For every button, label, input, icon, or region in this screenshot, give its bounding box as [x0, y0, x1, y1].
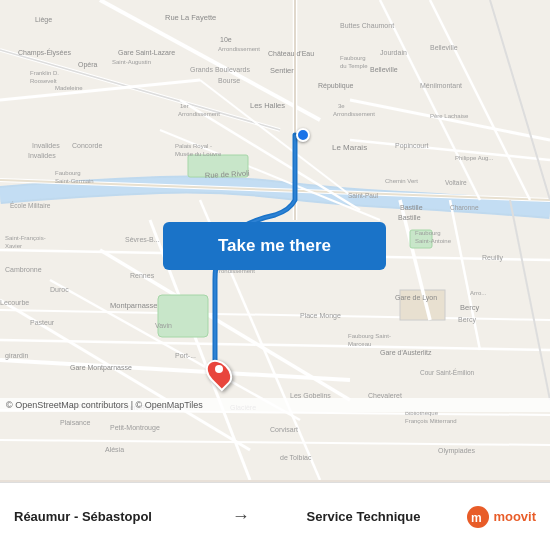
svg-text:Roosevelt: Roosevelt: [30, 78, 57, 84]
svg-text:Saint-Augustin: Saint-Augustin: [112, 59, 151, 65]
svg-text:Rennes: Rennes: [130, 272, 155, 279]
svg-text:Belleville: Belleville: [430, 44, 458, 51]
svg-text:Belleville: Belleville: [370, 66, 398, 73]
svg-text:Duroc: Duroc: [50, 286, 69, 293]
svg-text:Gare d'Austerlitz: Gare d'Austerlitz: [380, 349, 432, 356]
svg-text:Saint-Paul: Saint-Paul: [348, 192, 379, 199]
moovit-logo-icon: m: [467, 506, 489, 528]
svg-text:Invalides: Invalides: [32, 142, 60, 149]
attribution-bar: © OpenStreetMap contributors | © OpenMap…: [0, 398, 550, 412]
svg-text:Gare Saint-Lazare: Gare Saint-Lazare: [118, 49, 175, 56]
svg-text:Invalides: Invalides: [28, 152, 56, 159]
svg-text:10e: 10e: [220, 36, 232, 43]
svg-text:Gare Montparnasse: Gare Montparnasse: [70, 364, 132, 372]
svg-text:Plaisance: Plaisance: [60, 419, 90, 426]
svg-text:Petit-Montrouge: Petit-Montrouge: [110, 424, 160, 432]
svg-text:Popincourt: Popincourt: [395, 142, 429, 150]
svg-text:Arrondissement: Arrondissement: [218, 46, 260, 52]
svg-text:Champs-Élysées: Champs-Élysées: [18, 48, 71, 57]
map-area: Champs-Élysées Franklin D. Roosevelt Opé…: [0, 0, 550, 480]
svg-text:Château d'Eau: Château d'Eau: [268, 50, 314, 57]
svg-text:Palais Royal -: Palais Royal -: [175, 143, 212, 149]
attribution-text: © OpenStreetMap contributors | © OpenMap…: [6, 400, 203, 410]
svg-text:Sèvres-B...: Sèvres-B...: [125, 236, 160, 243]
svg-text:Bercy: Bercy: [458, 316, 476, 324]
route-from: Réaumur - Sébastopol: [14, 509, 222, 524]
svg-text:1er: 1er: [180, 103, 189, 109]
svg-text:Philippe Aug...: Philippe Aug...: [455, 155, 494, 161]
svg-text:Charonne: Charonne: [450, 204, 479, 211]
svg-text:Bercy: Bercy: [460, 303, 479, 312]
svg-text:Faubourg: Faubourg: [340, 55, 366, 61]
svg-text:Saint-Antoine: Saint-Antoine: [415, 238, 452, 244]
svg-text:École Militaire: École Militaire: [10, 201, 51, 209]
svg-text:République: République: [318, 82, 354, 90]
destination-marker: [208, 358, 230, 388]
svg-text:Ménilmontant: Ménilmontant: [420, 82, 462, 89]
app-container: Champs-Élysées Franklin D. Roosevelt Opé…: [0, 0, 550, 550]
svg-text:Liège: Liège: [35, 16, 52, 24]
svg-text:de Tolbiac: de Tolbiac: [280, 454, 312, 461]
bottom-bar: Réaumur - Sébastopol → Service Technique…: [0, 482, 550, 550]
svg-text:Marceau: Marceau: [348, 341, 371, 347]
svg-text:Montparnasse: Montparnasse: [110, 301, 158, 310]
svg-text:Chemin Vert: Chemin Vert: [385, 178, 418, 184]
svg-text:Cambronne: Cambronne: [5, 266, 42, 273]
svg-text:Voltaire: Voltaire: [445, 179, 467, 186]
svg-text:Reuilly: Reuilly: [482, 254, 504, 262]
svg-text:Xavier: Xavier: [5, 243, 22, 249]
svg-text:Place Monge: Place Monge: [300, 312, 341, 320]
route-to: Service Technique: [260, 509, 468, 524]
svg-text:Saint-Germain: Saint-Germain: [55, 178, 94, 184]
svg-text:Arro...: Arro...: [470, 290, 487, 296]
svg-text:Bourse: Bourse: [218, 77, 240, 84]
svg-text:Cour Saint-Émilion: Cour Saint-Émilion: [420, 368, 475, 376]
svg-text:Alésia: Alésia: [105, 446, 124, 453]
svg-rect-32: [158, 295, 208, 337]
svg-text:Vavin: Vavin: [155, 322, 172, 329]
svg-text:Madeleine: Madeleine: [55, 85, 83, 91]
svg-text:Grands Boulevards: Grands Boulevards: [190, 66, 250, 73]
svg-text:m: m: [471, 511, 482, 525]
svg-text:Rue La Fayette: Rue La Fayette: [165, 13, 216, 22]
svg-text:Faubourg Saint-: Faubourg Saint-: [348, 333, 391, 339]
svg-text:Opéra: Opéra: [78, 61, 98, 69]
svg-text:Les Halles: Les Halles: [250, 101, 285, 110]
svg-text:Franklin D.: Franklin D.: [30, 70, 59, 76]
svg-text:Faubourg: Faubourg: [415, 230, 441, 236]
svg-text:Bastille: Bastille: [398, 214, 421, 221]
svg-text:Le Marais: Le Marais: [332, 143, 367, 152]
svg-text:Lecourbe: Lecourbe: [0, 299, 29, 306]
take-me-there-button[interactable]: Take me there: [163, 222, 386, 270]
svg-text:François Mitterrand: François Mitterrand: [405, 418, 457, 424]
svg-text:3e: 3e: [338, 103, 345, 109]
svg-text:Arrondissement: Arrondissement: [333, 111, 375, 117]
svg-text:Musée du Louvre: Musée du Louvre: [175, 151, 222, 157]
svg-text:Concorde: Concorde: [72, 142, 102, 149]
svg-text:Saint-François-: Saint-François-: [5, 235, 46, 241]
route-arrow-icon: →: [232, 506, 250, 527]
svg-text:Sentier: Sentier: [270, 66, 294, 75]
svg-text:Gare de Lyon: Gare de Lyon: [395, 294, 437, 302]
moovit-logo: m moovit: [467, 506, 536, 528]
svg-text:Père Lachaise: Père Lachaise: [430, 113, 469, 119]
svg-text:Jourdain: Jourdain: [380, 49, 407, 56]
svg-text:Olympiades: Olympiades: [438, 447, 475, 455]
svg-text:girardin: girardin: [5, 352, 28, 360]
svg-text:du Temple: du Temple: [340, 63, 368, 69]
svg-text:Pasteur: Pasteur: [30, 319, 55, 326]
svg-text:Faubourg: Faubourg: [55, 170, 81, 176]
take-me-there-label: Take me there: [218, 236, 331, 256]
svg-text:Corvisart: Corvisart: [270, 426, 298, 433]
svg-text:Arrondissement: Arrondissement: [178, 111, 220, 117]
moovit-text: moovit: [493, 509, 536, 524]
svg-text:Port-...: Port-...: [175, 352, 196, 359]
origin-marker: [296, 128, 310, 142]
svg-text:Buttes Chaumont: Buttes Chaumont: [340, 22, 394, 29]
svg-text:Bastille: Bastille: [400, 204, 423, 211]
